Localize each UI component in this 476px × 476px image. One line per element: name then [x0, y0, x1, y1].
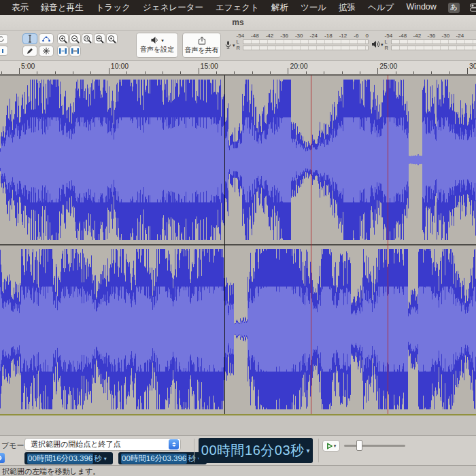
- play-at-speed-button[interactable]: ▾: [322, 440, 340, 452]
- zoom-selection-icon[interactable]: [82, 33, 93, 44]
- selection-start-value: 00時間16分03.396: [27, 454, 93, 464]
- selection-start-unit: 秒: [94, 454, 102, 464]
- trim-audio-icon[interactable]: [57, 46, 69, 56]
- ruler-minor-tick: [324, 71, 324, 74]
- loop-button[interactable]: [0, 34, 8, 44]
- ruler-minor-tick: [360, 71, 360, 74]
- snap-stepper-icon[interactable]: [0, 453, 5, 463]
- selection-start-field[interactable]: 00時間16分03.396 秒 ▾: [24, 452, 113, 464]
- ruler-minor-tick: [90, 71, 91, 74]
- ruler-minor-tick: [396, 71, 396, 74]
- caret-down-icon: ▾: [233, 43, 235, 48]
- ruler-time-label: 25:00: [379, 62, 397, 70]
- meter-scale-label: -12: [339, 33, 347, 38]
- ruler-minor-tick: [306, 71, 307, 74]
- menu-item[interactable]: ジェネレーター: [137, 2, 209, 14]
- meter-scale-label: -48: [399, 33, 413, 38]
- microphone-icon: ▾: [224, 40, 235, 50]
- ruler-minor-tick: [342, 71, 343, 74]
- playback-meter[interactable]: ▾ -54-48-42-36-30-24 L R: [371, 32, 476, 58]
- envelope-tool-button[interactable]: [39, 33, 54, 44]
- main-toolbar: ▾ 音声を設定 音声を共有 ▾ -54-48-42-36-30-24-18-12…: [0, 31, 476, 61]
- caret-down-icon: ▾: [334, 443, 337, 448]
- menu-item[interactable]: 解析: [265, 2, 294, 14]
- ruler-minor-tick: [234, 71, 235, 74]
- menu-item[interactable]: 録音と再生: [35, 2, 90, 14]
- window-titlebar[interactable]: ms: [0, 15, 476, 31]
- share-audio-label: 音声を共有: [184, 46, 218, 55]
- status-bar: 択範囲の左端を移動します。: [0, 465, 476, 476]
- window-title: ms: [232, 18, 243, 27]
- zoom-out-icon[interactable]: [69, 33, 81, 44]
- audio-position-display[interactable]: 00時間16分03 秒 ▾: [199, 438, 313, 463]
- ruler-major-tick: [199, 68, 199, 74]
- ruler-time-label: 20:00: [290, 62, 307, 70]
- recording-meter[interactable]: ▾ -54-48-42-36-30-24-18-12-60 L R: [224, 32, 369, 58]
- control-center-icon[interactable]: [470, 3, 476, 12]
- meter-scale-label: -18: [324, 33, 333, 38]
- meter-scale-label: -48: [251, 33, 259, 38]
- meter-scale-label: -54: [237, 33, 245, 38]
- menu-item[interactable]: エフェクト: [209, 2, 265, 14]
- menu-item[interactable]: ヘルプ: [362, 2, 400, 14]
- ruler-time-label: 10:00: [111, 62, 129, 70]
- ruler-minor-tick: [270, 71, 271, 74]
- status-message: 択範囲の左端を移動します。: [2, 467, 100, 475]
- menu-item[interactable]: トラック: [90, 2, 137, 14]
- selection-toolbar: プモード 選択範囲の開始点と終了点 00時間16分03.396 秒 ▾ 00時間…: [0, 435, 476, 465]
- playback-meter-scale: -54-48-42-36-30-24: [385, 32, 476, 39]
- meter-scale-label: -6: [354, 33, 358, 38]
- audio-track[interactable]: [0, 75, 476, 415]
- meter-scale-label: -42: [266, 33, 274, 38]
- silence-audio-icon[interactable]: [69, 46, 81, 56]
- selection-range-mode-select[interactable]: 選択範囲の開始点と終了点: [24, 438, 181, 451]
- trim-edge-button[interactable]: [0, 46, 8, 56]
- ruler-minor-tick: [431, 71, 432, 74]
- stepper-icon[interactable]: [169, 439, 179, 449]
- ruler-major-tick: [467, 68, 468, 74]
- menu-item[interactable]: 表示: [5, 2, 35, 14]
- ruler-major-tick: [19, 68, 20, 74]
- selection-tool-button[interactable]: [22, 33, 37, 44]
- channel-label-left: L: [385, 39, 391, 45]
- playback-meter-bar-left: [391, 39, 476, 44]
- selection-end-unit: 秒: [188, 454, 196, 464]
- share-audio-button[interactable]: 音声を共有: [182, 33, 221, 58]
- ruler-major-tick: [288, 68, 288, 74]
- menu-item[interactable]: Window: [400, 2, 442, 14]
- caret-down-icon: ▾: [104, 456, 107, 462]
- channel-label-left: L: [237, 39, 243, 45]
- playback-speed-slider-thumb[interactable]: [356, 440, 362, 451]
- speaker-icon: ▾: [371, 40, 384, 48]
- meter-scale-label: -30: [295, 33, 303, 38]
- share-icon: [198, 36, 206, 45]
- zoom-fit-icon[interactable]: [94, 33, 105, 44]
- menu-item[interactable]: 拡張: [333, 2, 362, 14]
- meter-scale-label: -42: [413, 33, 428, 38]
- meter-scale-label: -24: [309, 33, 318, 38]
- menu-right: 解析ツール拡張ヘルプWindow あ: [265, 2, 476, 14]
- ruler-minor-tick: [145, 71, 146, 74]
- menu-item[interactable]: ツール: [294, 2, 333, 14]
- meter-scale-label: 0: [365, 33, 368, 38]
- meter-scale-label: -36: [280, 33, 288, 38]
- meter-scale-label: -30: [442, 33, 456, 38]
- menu-left: 表示録音と再生トラックジェネレーターエフェクト: [5, 2, 265, 14]
- waveform-canvas[interactable]: [0, 75, 476, 414]
- selection-range-mode-value: 選択範囲の開始点と終了点: [31, 439, 121, 449]
- marker-line: [388, 75, 388, 414]
- ruler-minor-tick: [216, 71, 217, 74]
- audio-setup-button[interactable]: ▾ 音声を設定: [136, 33, 178, 58]
- zoom-toggle-icon[interactable]: [106, 33, 118, 44]
- toolbar-separator: [318, 439, 319, 462]
- multi-tool-button[interactable]: [39, 46, 54, 56]
- zoom-in-icon[interactable]: [57, 33, 69, 44]
- ruler-time-label: 5:00: [21, 62, 35, 70]
- meter-scale-label: -54: [385, 33, 399, 38]
- draw-tool-button[interactable]: [22, 46, 37, 56]
- toolbar-separator: [194, 439, 194, 462]
- timeline-ruler[interactable]: 5:0010:0015:0020:0025:0030:00: [0, 61, 476, 75]
- playback-speed-slider[interactable]: [344, 445, 405, 447]
- input-source-badge[interactable]: あ: [448, 3, 460, 13]
- channel-label-right: R: [237, 45, 243, 51]
